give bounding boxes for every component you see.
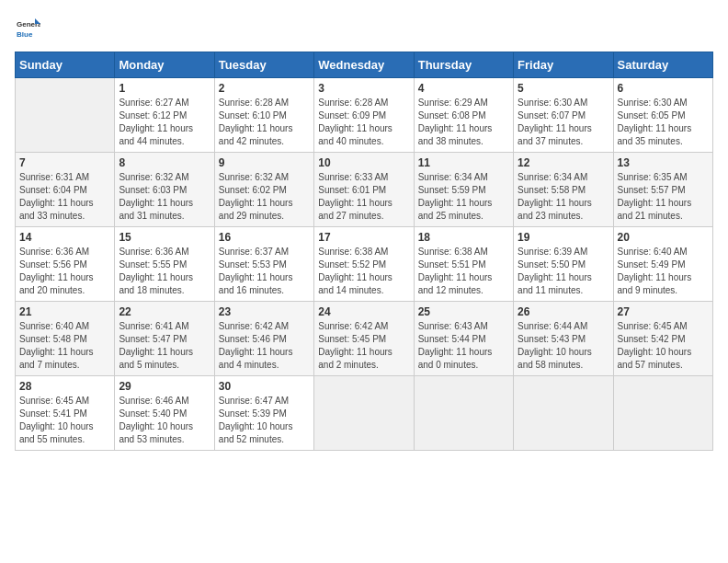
day-content: Sunrise: 6:43 AM Sunset: 5:44 PM Dayligh… xyxy=(418,320,509,372)
calendar-cell xyxy=(314,376,414,451)
day-content: Sunrise: 6:42 AM Sunset: 5:46 PM Dayligh… xyxy=(219,320,310,372)
day-content: Sunrise: 6:28 AM Sunset: 6:10 PM Dayligh… xyxy=(219,97,310,148)
weekday-header-row: SundayMondayTuesdayWednesdayThursdayFrid… xyxy=(16,52,713,78)
day-content: Sunrise: 6:35 AM Sunset: 5:57 PM Dayligh… xyxy=(618,171,709,223)
day-number: 26 xyxy=(518,305,609,318)
day-number: 28 xyxy=(19,380,110,393)
day-content: Sunrise: 6:31 AM Sunset: 6:04 PM Dayligh… xyxy=(19,171,110,223)
calendar-cell xyxy=(613,376,712,451)
day-content: Sunrise: 6:32 AM Sunset: 6:02 PM Dayligh… xyxy=(219,171,310,223)
calendar-cell xyxy=(16,78,115,153)
day-number: 10 xyxy=(318,156,409,169)
calendar-cell: 18Sunrise: 6:38 AM Sunset: 5:51 PM Dayli… xyxy=(414,227,513,302)
weekday-header-thursday: Thursday xyxy=(414,52,513,78)
day-content: Sunrise: 6:33 AM Sunset: 6:01 PM Dayligh… xyxy=(318,171,409,223)
calendar-cell: 15Sunrise: 6:36 AM Sunset: 5:55 PM Dayli… xyxy=(115,227,214,302)
calendar-cell: 30Sunrise: 6:47 AM Sunset: 5:39 PM Dayli… xyxy=(214,376,313,451)
weekday-header-wednesday: Wednesday xyxy=(314,52,414,78)
day-content: Sunrise: 6:29 AM Sunset: 6:08 PM Dayligh… xyxy=(418,97,509,148)
day-number: 17 xyxy=(318,231,409,244)
calendar-cell: 19Sunrise: 6:39 AM Sunset: 5:50 PM Dayli… xyxy=(514,227,613,302)
day-content: Sunrise: 6:38 AM Sunset: 5:52 PM Dayligh… xyxy=(318,246,409,297)
day-content: Sunrise: 6:36 AM Sunset: 5:56 PM Dayligh… xyxy=(19,246,110,297)
day-number: 9 xyxy=(219,156,310,169)
calendar-cell: 25Sunrise: 6:43 AM Sunset: 5:44 PM Dayli… xyxy=(414,302,513,376)
week-row-3: 14Sunrise: 6:36 AM Sunset: 5:56 PM Dayli… xyxy=(16,227,713,302)
calendar-cell: 21Sunrise: 6:40 AM Sunset: 5:48 PM Dayli… xyxy=(16,302,115,376)
weekday-header-monday: Monday xyxy=(115,52,214,78)
day-content: Sunrise: 6:38 AM Sunset: 5:51 PM Dayligh… xyxy=(418,246,509,297)
calendar-cell: 2Sunrise: 6:28 AM Sunset: 6:10 PM Daylig… xyxy=(214,78,313,153)
calendar-cell: 23Sunrise: 6:42 AM Sunset: 5:46 PM Dayli… xyxy=(214,302,313,376)
calendar-cell: 11Sunrise: 6:34 AM Sunset: 5:59 PM Dayli… xyxy=(414,153,513,227)
day-number: 2 xyxy=(219,82,310,95)
svg-text:Blue: Blue xyxy=(17,30,33,39)
logo-icon: General Blue xyxy=(15,15,40,40)
calendar-cell: 16Sunrise: 6:37 AM Sunset: 5:53 PM Dayli… xyxy=(214,227,313,302)
logo: General Blue xyxy=(15,15,44,40)
weekday-header-sunday: Sunday xyxy=(16,52,115,78)
day-content: Sunrise: 6:32 AM Sunset: 6:03 PM Dayligh… xyxy=(119,171,210,223)
day-number: 5 xyxy=(518,82,609,95)
calendar-cell: 22Sunrise: 6:41 AM Sunset: 5:47 PM Dayli… xyxy=(115,302,214,376)
day-number: 25 xyxy=(418,305,509,318)
day-number: 27 xyxy=(618,305,709,318)
calendar-cell: 20Sunrise: 6:40 AM Sunset: 5:49 PM Dayli… xyxy=(613,227,712,302)
day-number: 18 xyxy=(418,231,509,244)
calendar-cell: 9Sunrise: 6:32 AM Sunset: 6:02 PM Daylig… xyxy=(214,153,313,227)
calendar-cell: 28Sunrise: 6:45 AM Sunset: 5:41 PM Dayli… xyxy=(16,376,115,451)
day-content: Sunrise: 6:27 AM Sunset: 6:12 PM Dayligh… xyxy=(119,97,210,148)
day-number: 14 xyxy=(19,231,110,244)
calendar-cell: 12Sunrise: 6:34 AM Sunset: 5:58 PM Dayli… xyxy=(514,153,613,227)
calendar-cell: 27Sunrise: 6:45 AM Sunset: 5:42 PM Dayli… xyxy=(613,302,712,376)
day-number: 6 xyxy=(618,82,709,95)
day-number: 24 xyxy=(318,305,409,318)
calendar-cell: 6Sunrise: 6:30 AM Sunset: 6:05 PM Daylig… xyxy=(613,78,712,153)
calendar-cell: 8Sunrise: 6:32 AM Sunset: 6:03 PM Daylig… xyxy=(115,153,214,227)
day-content: Sunrise: 6:34 AM Sunset: 5:58 PM Dayligh… xyxy=(518,171,609,223)
calendar-cell: 7Sunrise: 6:31 AM Sunset: 6:04 PM Daylig… xyxy=(16,153,115,227)
week-row-5: 28Sunrise: 6:45 AM Sunset: 5:41 PM Dayli… xyxy=(16,376,713,451)
day-content: Sunrise: 6:40 AM Sunset: 5:48 PM Dayligh… xyxy=(19,320,110,372)
calendar-cell: 1Sunrise: 6:27 AM Sunset: 6:12 PM Daylig… xyxy=(115,78,214,153)
day-number: 29 xyxy=(119,380,210,393)
calendar-cell: 10Sunrise: 6:33 AM Sunset: 6:01 PM Dayli… xyxy=(314,153,414,227)
week-row-1: 1Sunrise: 6:27 AM Sunset: 6:12 PM Daylig… xyxy=(16,78,713,153)
calendar-cell: 17Sunrise: 6:38 AM Sunset: 5:52 PM Dayli… xyxy=(314,227,414,302)
day-number: 1 xyxy=(119,82,210,95)
day-content: Sunrise: 6:44 AM Sunset: 5:43 PM Dayligh… xyxy=(518,320,609,372)
calendar-cell: 3Sunrise: 6:28 AM Sunset: 6:09 PM Daylig… xyxy=(314,78,414,153)
day-number: 13 xyxy=(618,156,709,169)
day-content: Sunrise: 6:41 AM Sunset: 5:47 PM Dayligh… xyxy=(119,320,210,372)
day-content: Sunrise: 6:45 AM Sunset: 5:42 PM Dayligh… xyxy=(618,320,709,372)
day-number: 23 xyxy=(219,305,310,318)
day-content: Sunrise: 6:45 AM Sunset: 5:41 PM Dayligh… xyxy=(19,395,110,446)
day-number: 22 xyxy=(119,305,210,318)
day-content: Sunrise: 6:36 AM Sunset: 5:55 PM Dayligh… xyxy=(119,246,210,297)
day-number: 20 xyxy=(618,231,709,244)
calendar-cell: 4Sunrise: 6:29 AM Sunset: 6:08 PM Daylig… xyxy=(414,78,513,153)
calendar-cell: 24Sunrise: 6:42 AM Sunset: 5:45 PM Dayli… xyxy=(314,302,414,376)
day-number: 12 xyxy=(518,156,609,169)
day-number: 3 xyxy=(318,82,409,95)
calendar-cell xyxy=(514,376,613,451)
day-content: Sunrise: 6:46 AM Sunset: 5:40 PM Dayligh… xyxy=(119,395,210,446)
day-content: Sunrise: 6:28 AM Sunset: 6:09 PM Dayligh… xyxy=(318,97,409,148)
day-content: Sunrise: 6:40 AM Sunset: 5:49 PM Dayligh… xyxy=(618,246,709,297)
day-number: 11 xyxy=(418,156,509,169)
day-number: 15 xyxy=(119,231,210,244)
calendar-table: SundayMondayTuesdayWednesdayThursdayFrid… xyxy=(15,52,713,451)
calendar-cell xyxy=(414,376,513,451)
day-content: Sunrise: 6:30 AM Sunset: 6:05 PM Dayligh… xyxy=(618,97,709,148)
day-number: 19 xyxy=(518,231,609,244)
week-row-2: 7Sunrise: 6:31 AM Sunset: 6:04 PM Daylig… xyxy=(16,153,713,227)
day-number: 8 xyxy=(119,156,210,169)
day-number: 4 xyxy=(418,82,509,95)
page-header: General Blue xyxy=(15,15,713,40)
day-content: Sunrise: 6:37 AM Sunset: 5:53 PM Dayligh… xyxy=(219,246,310,297)
day-content: Sunrise: 6:39 AM Sunset: 5:50 PM Dayligh… xyxy=(518,246,609,297)
day-number: 21 xyxy=(19,305,110,318)
day-number: 16 xyxy=(219,231,310,244)
calendar-cell: 5Sunrise: 6:30 AM Sunset: 6:07 PM Daylig… xyxy=(514,78,613,153)
day-content: Sunrise: 6:47 AM Sunset: 5:39 PM Dayligh… xyxy=(219,395,310,446)
